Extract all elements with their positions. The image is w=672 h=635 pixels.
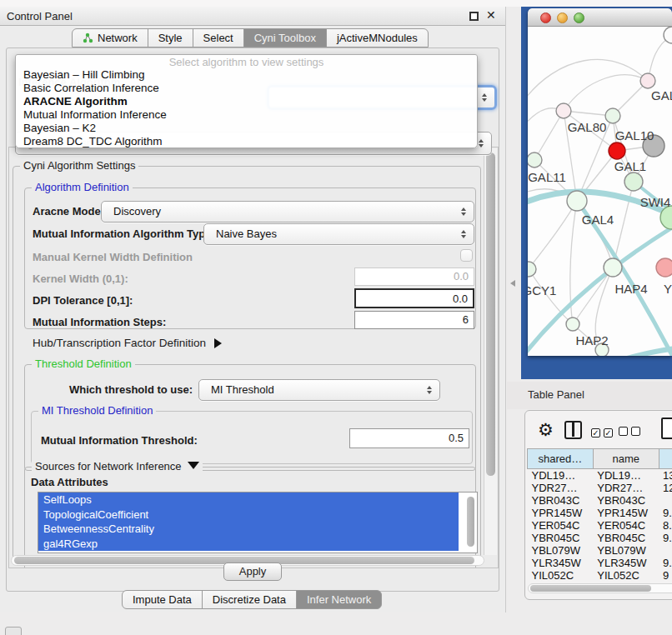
node-gal1[interactable]	[624, 172, 643, 191]
table-header-row: shared… name	[528, 449, 672, 469]
tab-network-label: Network	[98, 32, 138, 44]
attribute-table: shared… name YDL19…YDL19…13 YDR27…YDR27……	[527, 448, 672, 582]
data-attributes-list: SelfLoops TopologicalCoefficient Between…	[38, 492, 478, 553]
cyni-algorithm-settings-title: Cyni Algorithm Settings	[20, 159, 138, 172]
control-panel-tabs: Network Style Select Cyni Toolbox jActiv…	[72, 28, 429, 48]
tab-style[interactable]: Style	[148, 28, 193, 48]
aracne-mode-combobox[interactable]: Discovery	[101, 201, 474, 222]
popup-item[interactable]: Bayesian – K2	[16, 122, 477, 135]
table-row[interactable]: YDR27…YDR27…12	[528, 482, 672, 494]
list-item[interactable]: gal4RGexp	[38, 537, 459, 552]
node-red-selected[interactable]	[609, 142, 625, 159]
table-row[interactable]: YPR145WYPR145W9.	[528, 507, 672, 519]
mi-steps-label: Mutual Information Steps:	[33, 316, 166, 328]
tab-infer-network[interactable]: Infer Network	[296, 590, 382, 609]
column-header-name[interactable]: name	[593, 449, 659, 469]
column-header-shared[interactable]: shared…	[528, 449, 594, 469]
aracne-mode-label: Aracne Mode:	[33, 205, 104, 218]
table-row[interactable]: YER054CYER054C8.	[528, 519, 672, 532]
splitpane-collapse-icon[interactable]	[510, 280, 515, 287]
node-label: HAP2	[575, 333, 608, 348]
table-panel-title: Table Panel	[528, 388, 584, 401]
node[interactable]	[640, 73, 655, 88]
close-icon[interactable]: ✕	[486, 8, 496, 22]
mi-threshold-label: Mutual Information Threshold:	[41, 434, 198, 447]
list-item[interactable]: BetweennessCentrality	[38, 522, 459, 537]
node-salmon[interactable]	[656, 258, 672, 277]
tab-cyni-toolbox[interactable]: Cyni Toolbox	[243, 28, 327, 48]
network-graph: GAL GAL80 GAL10 GAL1 GAL11 SWI4 GAL4 GCY…	[528, 27, 672, 356]
popup-item[interactable]: Basic Correlation Inference	[16, 82, 477, 95]
table-row[interactable]: YBL079WYBL079W	[528, 544, 672, 557]
sources-group-title[interactable]: Sources for Network Inference	[32, 460, 203, 472]
table-horizontal-scrollbar[interactable]	[528, 583, 672, 593]
node-hap2[interactable]	[566, 318, 579, 331]
node-label: GCY1	[528, 283, 556, 298]
node-label: GAL11	[528, 170, 566, 184]
popup-item-selected[interactable]: ARACNE Algorithm	[16, 95, 477, 108]
table-row[interactable]: YBR043CYBR043C	[528, 494, 672, 507]
mi-type-combobox[interactable]: Naive Bayes	[203, 223, 474, 245]
mi-steps-field[interactable]: 6	[354, 311, 474, 329]
table-row[interactable]: YIL052C YIL052C 9	[528, 569, 672, 582]
which-threshold-value: MI Threshold	[211, 383, 274, 396]
popup-placeholder: Select algorithm to view settings	[16, 56, 477, 68]
tab-select[interactable]: Select	[193, 28, 244, 48]
control-panel-title: Control Panel	[7, 10, 73, 22]
hub-definition-toggle[interactable]: Hub/Transcription Factor Definition	[33, 337, 222, 349]
combo-stepper-icon	[482, 93, 487, 102]
node-hap4[interactable]	[604, 258, 622, 277]
node[interactable]	[556, 103, 571, 118]
table-horizontal-scrollbar-thumb[interactable]	[530, 585, 651, 592]
dpi-tolerance-field[interactable]: 0.0	[354, 288, 474, 308]
vertical-scrollbar[interactable]	[484, 148, 497, 555]
minimize-traffic-light[interactable]	[557, 12, 568, 23]
tab-impute-data[interactable]: Impute Data	[122, 590, 203, 609]
list-item[interactable]: TopologicalCoefficient	[38, 508, 459, 522]
checked-columns-icon[interactable]: ✓✓	[591, 426, 613, 438]
algorithm-popup: Select algorithm to view settings Bayesi…	[15, 54, 478, 148]
node-label: GAL4	[582, 212, 614, 227]
manual-kernel-checkbox[interactable]	[460, 249, 473, 262]
table-row[interactable]: YLR345WYLR345W9.	[528, 557, 672, 569]
table-row[interactable]: YBR045CYBR045C9.	[528, 532, 672, 544]
vertical-scrollbar-thumb[interactable]	[486, 152, 495, 476]
mi-threshold-field[interactable]: 0.5	[349, 428, 469, 448]
file-icon[interactable]	[661, 418, 672, 439]
float-window-icon[interactable]	[469, 12, 479, 21]
node-gal10[interactable]	[605, 108, 620, 123]
tab-discretize-data[interactable]: Discretize Data	[202, 590, 297, 609]
popup-item[interactable]: Dream8 DC_TDC Algorithm	[16, 135, 477, 148]
popup-item[interactable]: Mutual Information Inference	[16, 108, 477, 122]
hub-definition-label: Hub/Transcription Factor Definition	[33, 337, 206, 349]
table-row[interactable]: YDL19…YDL19…13	[528, 469, 672, 482]
popup-item[interactable]: Bayesian – Hill Climbing	[16, 68, 477, 82]
node-label: GAL80	[568, 120, 607, 134]
combo-stepper-icon	[427, 386, 432, 394]
apply-button[interactable]: Apply	[223, 562, 282, 581]
data-attributes-label: Data Attributes	[31, 476, 108, 488]
minimized-panel-icon[interactable]	[5, 627, 22, 635]
list-item[interactable]: SelfLoops	[38, 492, 459, 508]
tab-network[interactable]: Network	[72, 28, 148, 48]
gear-icon[interactable]: ⚙	[538, 420, 554, 440]
node-gal11[interactable]	[528, 152, 542, 168]
column-header-clipped[interactable]	[659, 449, 672, 469]
which-threshold-combobox[interactable]: MI Threshold	[198, 379, 440, 401]
network-canvas[interactable]: GAL GAL80 GAL10 GAL1 GAL11 SWI4 GAL4 GCY…	[528, 27, 672, 356]
unchecked-columns-icon[interactable]	[619, 426, 640, 438]
combo-stepper-icon	[461, 230, 466, 238]
expand-right-icon	[214, 338, 222, 348]
node-gcy1[interactable]	[528, 262, 536, 277]
zoom-traffic-light[interactable]	[574, 12, 584, 23]
algorithm-definition-title: Algorithm Definition	[32, 181, 133, 193]
kernel-width-field[interactable]: 0.0	[354, 268, 474, 286]
list-scrollbar-thumb[interactable]	[467, 497, 474, 547]
which-threshold-label: Which threshold to use:	[69, 383, 193, 396]
control-panel: Control Panel ✕ Network Style Select Cyn…	[0, 7, 506, 612]
split-view-icon[interactable]	[564, 421, 582, 439]
node-gal4[interactable]	[567, 191, 587, 211]
tab-jactivemnodules[interactable]: jActiveMNodules	[326, 28, 429, 48]
dpi-tolerance-label: DPI Tolerance [0,1]:	[33, 294, 133, 307]
close-traffic-light[interactable]	[540, 12, 551, 23]
